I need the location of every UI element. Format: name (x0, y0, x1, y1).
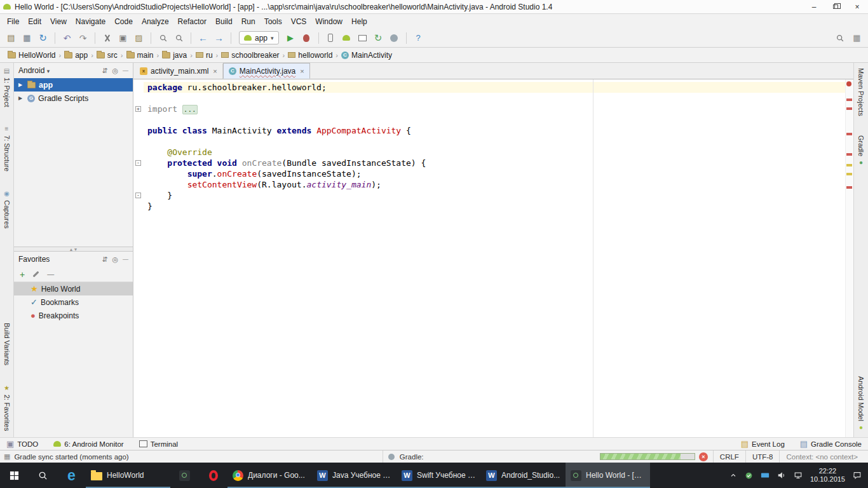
dock-button[interactable]: ⇵ (102, 67, 107, 74)
forward-button[interactable]: → (212, 31, 226, 45)
run-configuration-select[interactable]: app▾ (239, 31, 279, 44)
settings-favorites-button[interactable]: ◎ (112, 256, 118, 263)
tray-chevron-up[interactable] (729, 471, 737, 479)
cut-button[interactable] (100, 31, 114, 45)
toolwindow-button-todo[interactable]: ▣TODO (6, 440, 38, 448)
encoding-indicator[interactable]: UTF-8 (745, 451, 780, 463)
taskbar-item-opera[interactable] (199, 463, 227, 488)
menu-file[interactable]: File (3, 15, 24, 28)
breadcrumb-item-app[interactable]: app (62, 50, 90, 61)
breadcrumb-item-java[interactable]: java (159, 50, 189, 61)
breadcrumb-item-src[interactable]: src (94, 50, 120, 61)
taskbar-item-hello-world-c[interactable]: Hello World - [C... (566, 463, 650, 488)
tray-action-center[interactable] (853, 471, 862, 480)
toolwindow-button-2-favorites[interactable]: ★2: Favorites (3, 385, 11, 431)
attach-debugger-button[interactable] (387, 31, 402, 45)
menu-analyze[interactable]: Analyze (137, 15, 173, 28)
breadcrumb-item-main[interactable]: main (124, 50, 156, 61)
panel-splitter[interactable]: ▲▼ (14, 247, 133, 252)
toolwindow-button-terminal[interactable]: Terminal (139, 440, 178, 448)
toolwindow-button-maven-projects[interactable]: Maven Projects (857, 68, 865, 116)
context-indicator[interactable]: Context: <no context> (779, 451, 864, 463)
sdk-manager-button[interactable] (339, 31, 354, 45)
breadcrumb-item-mainactivity[interactable]: CMainActivity (339, 50, 395, 61)
replace-button[interactable] (172, 31, 186, 45)
edit-button[interactable] (32, 273, 39, 275)
taskbar-item-start[interactable] (0, 463, 29, 488)
tray-network[interactable] (794, 471, 803, 480)
taskbar-item-edge[interactable]: e (57, 463, 86, 488)
taskbar-item-swift-учебное-п[interactable]: WSwift Учебное п... (397, 463, 481, 488)
menu-window[interactable]: Window (311, 15, 347, 28)
menu-navigate[interactable]: Navigate (71, 15, 110, 28)
settings-button[interactable]: ◎ (112, 67, 118, 74)
tray-input[interactable] (761, 471, 770, 480)
project-view-selector[interactable]: Android ▾ (18, 66, 50, 75)
add-button[interactable]: + (20, 270, 25, 279)
menu-tools[interactable]: Tools (260, 15, 287, 28)
help-button[interactable]: ? (411, 31, 426, 45)
fold-marker[interactable]: - (135, 193, 141, 198)
toolwindow-button-captures[interactable]: ◉Captures (3, 191, 11, 229)
device-monitor-button[interactable] (355, 31, 370, 45)
save-all-button[interactable]: ▦ (20, 31, 34, 45)
menu-run[interactable]: Run (237, 15, 260, 28)
toolwindow-button-build-variants[interactable]: Build Variants (3, 323, 11, 365)
toolwindow-button-7-structure[interactable]: ≡7: Structure (3, 126, 11, 172)
restore-button[interactable] (825, 0, 846, 13)
tray-shield[interactable] (745, 471, 753, 480)
toolwindow-button-gradle-console[interactable]: ▤Gradle Console (800, 440, 862, 448)
copy-button[interactable]: ▣ (116, 31, 130, 45)
project-tree-item-gradle-scripts[interactable]: ▶GGradle Scripts (14, 92, 133, 105)
project-structure-button[interactable]: ▦ (850, 31, 864, 45)
toolwindow-button-gradle[interactable]: Gradle● (857, 135, 865, 166)
toolwindow-button-android-model[interactable]: Android Model● (857, 376, 865, 431)
search-everywhere-button[interactable] (832, 31, 847, 45)
menu-build[interactable]: Build (211, 15, 237, 28)
menu-code[interactable]: Code (110, 15, 137, 28)
toolwindow-button-1-project[interactable]: ▤1: Project (3, 68, 11, 107)
favorites-item-hello-world[interactable]: ★Hello World (14, 282, 133, 295)
menu-vcs[interactable]: VCS (287, 15, 311, 28)
taskbar-item-android-studio-pinned[interactable] (170, 463, 199, 488)
breadcrumb-item-helloworld[interactable]: helloworld (285, 50, 335, 61)
line-ending-indicator[interactable]: CRLF (713, 451, 745, 463)
fold-marker[interactable]: - (135, 160, 141, 166)
minimize-button[interactable]: – (803, 0, 825, 13)
redo-button[interactable]: ↷ (76, 31, 90, 45)
close-icon[interactable]: × (213, 67, 217, 75)
back-button[interactable]: ← (196, 31, 210, 45)
taskbar-clock[interactable]: 22:22 10.10.2015 (810, 467, 845, 484)
toolwindow-switcher-icon[interactable]: ▦ (4, 453, 10, 460)
breadcrumb-item-helloworld[interactable]: HelloWorld (5, 50, 58, 61)
breadcrumb-item-ru[interactable]: ru (193, 50, 215, 61)
status-message[interactable]: Gradle sync started (moments ago) (14, 453, 128, 461)
menu-view[interactable]: View (46, 15, 71, 28)
menu-refactor[interactable]: Refactor (173, 15, 211, 28)
run-button[interactable]: ▶ (283, 31, 298, 45)
menu-edit[interactable]: Edit (24, 15, 46, 28)
favorites-item-bookmarks[interactable]: ✓Bookmarks (14, 295, 133, 309)
taskbar-item-диалоги-goo[interactable]: Диалоги - Goo... (227, 463, 312, 488)
hide-favorites-button[interactable]: — (123, 257, 128, 262)
close-button[interactable]: × (846, 0, 868, 13)
fold-marker[interactable]: + (135, 106, 141, 112)
tray-volume[interactable] (777, 471, 786, 480)
toolwindow-button-event-log[interactable]: ▤Event Log (741, 440, 785, 448)
close-icon[interactable]: × (300, 67, 304, 75)
dock-favorites-button[interactable]: ⇵ (102, 256, 107, 263)
project-tree-item-app[interactable]: ▶app (14, 78, 133, 92)
editor-tab-activity-main-xml[interactable]: xactivity_main.xml× (135, 64, 223, 79)
find-button[interactable] (156, 31, 170, 45)
open-file-button[interactable]: ▤ (4, 31, 18, 45)
taskbar-item-search[interactable] (29, 463, 57, 488)
taskbar-item-helloworld[interactable]: HelloWorld (86, 463, 170, 488)
avd-manager-button[interactable] (323, 31, 338, 45)
error-stripe[interactable] (845, 79, 853, 437)
taskbar-item-java-учебное-п[interactable]: WJava Учебное п... (312, 463, 397, 488)
breadcrumb-item-schoolbreaker[interactable]: schoolbreaker (219, 50, 281, 61)
editor[interactable]: +-- package ru.schoolbreaker.helloworld;… (133, 79, 853, 437)
code-area[interactable]: package ru.schoolbreaker.helloworld;impo… (144, 79, 853, 437)
menu-help[interactable]: Help (347, 15, 372, 28)
paste-button[interactable]: ▨ (132, 31, 146, 45)
